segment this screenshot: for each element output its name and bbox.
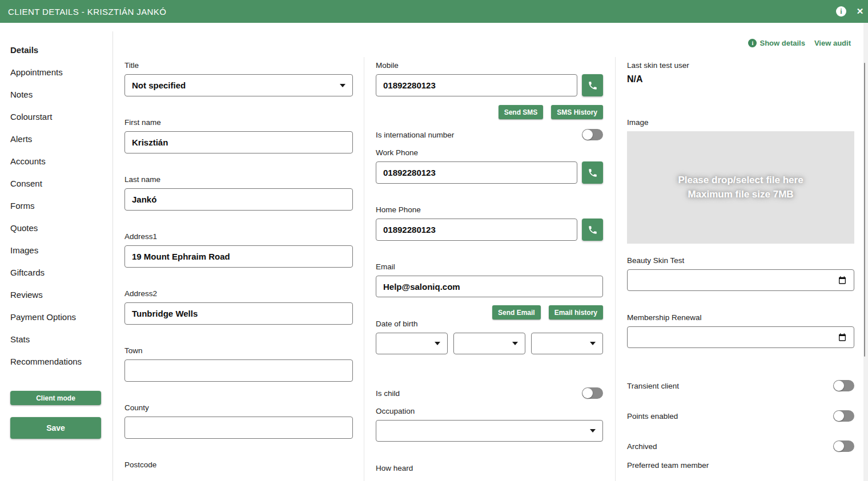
mobile-call-button[interactable]: [582, 74, 603, 96]
sidebar-item-payment-options[interactable]: Payment Options: [0, 306, 112, 328]
chevron-down-icon: [435, 342, 440, 345]
archived-label: Archived: [627, 442, 657, 451]
phone-icon: [588, 80, 598, 91]
sidebar: Details Appointments Notes Colourstart A…: [0, 23, 112, 481]
email-label: Email: [376, 262, 603, 271]
sidebar-nav: Details Appointments Notes Colourstart A…: [0, 39, 112, 373]
scrollbar[interactable]: [863, 23, 868, 481]
client-mode-button[interactable]: Client mode: [10, 391, 101, 405]
send-sms-button[interactable]: Send SMS: [499, 105, 544, 119]
address1-label: Address1: [124, 232, 353, 241]
chevron-down-icon: [512, 342, 518, 345]
sidebar-item-quotes[interactable]: Quotes: [0, 217, 112, 239]
sidebar-item-accounts[interactable]: Accounts: [0, 150, 112, 172]
archived-toggle[interactable]: [833, 440, 854, 452]
town-field[interactable]: [124, 359, 353, 382]
occupation-select[interactable]: [376, 420, 603, 442]
toggle-knob: [834, 381, 844, 391]
dropzone-line1: Please drop/select file here: [678, 173, 803, 188]
sidebar-item-giftcards[interactable]: Giftcards: [0, 261, 112, 284]
personal-details-column: Title Not specified First name Krisztián…: [124, 0, 353, 481]
save-button[interactable]: Save: [10, 417, 101, 439]
dob-day-select[interactable]: [376, 333, 448, 354]
home-phone-field[interactable]: 01892280123: [376, 219, 577, 241]
address2-label: Address2: [124, 289, 353, 298]
last-skin-test-user-label: Last skin test user: [627, 61, 854, 70]
dob-year-select[interactable]: [531, 333, 603, 354]
first-name-label: First name: [124, 118, 353, 127]
sidebar-item-forms[interactable]: Forms: [0, 195, 112, 217]
transient-client-toggle[interactable]: [833, 380, 854, 391]
mobile-value: 01892280123: [383, 80, 436, 90]
sidebar-item-appointments[interactable]: Appointments: [0, 61, 112, 83]
title-label: Title: [124, 61, 353, 70]
dob-month-select[interactable]: [453, 333, 525, 354]
dob-label: Date of birth: [376, 320, 603, 328]
is-international-label: Is international number: [376, 131, 454, 139]
is-child-toggle[interactable]: [582, 387, 603, 399]
sidebar-item-colourstart[interactable]: Colourstart: [0, 106, 112, 128]
calendar-icon[interactable]: [838, 276, 847, 285]
is-child-label: Is child: [376, 389, 400, 398]
last-name-value: Jankó: [132, 195, 156, 204]
image-label: Image: [627, 118, 854, 127]
contact-details-column: Mobile 01892280123 Send SMS SMS History …: [376, 0, 603, 481]
image-dropzone[interactable]: Please drop/select file here Maximum fil…: [627, 131, 854, 244]
first-name-field[interactable]: Krisztián: [124, 131, 353, 153]
sidebar-item-images[interactable]: Images: [0, 239, 112, 261]
sidebar-item-notes[interactable]: Notes: [0, 83, 112, 106]
column-divider: [364, 57, 364, 481]
sidebar-item-alerts[interactable]: Alerts: [0, 128, 112, 150]
county-label: County: [124, 403, 353, 412]
sidebar-item-stats[interactable]: Stats: [0, 328, 112, 350]
scrollbar-thumb[interactable]: [864, 63, 865, 357]
calendar-icon[interactable]: [838, 333, 847, 342]
sidebar-item-details[interactable]: Details: [0, 39, 112, 61]
occupation-label: Occupation: [376, 407, 603, 415]
is-international-toggle[interactable]: [582, 129, 603, 140]
title-value: Not specified: [132, 80, 186, 90]
last-skin-test-user-value: N/A: [627, 74, 643, 84]
email-field[interactable]: Help@saloniq.com: [376, 276, 603, 297]
home-phone-call-button[interactable]: [582, 219, 603, 241]
address1-field[interactable]: 19 Mount Ephraim Road: [124, 245, 353, 268]
mobile-field[interactable]: 01892280123: [376, 74, 577, 96]
work-phone-label: Work Phone: [376, 148, 603, 157]
title-select[interactable]: Not specified: [124, 74, 353, 96]
work-phone-field[interactable]: 01892280123: [376, 161, 577, 184]
transient-client-label: Transient client: [627, 382, 679, 390]
address2-field[interactable]: Tunbridge Wells: [124, 302, 353, 325]
mobile-label: Mobile: [376, 61, 603, 70]
membership-renewal-label: Membership Renewal: [627, 313, 854, 322]
preferred-team-member-label: Preferred team member: [627, 461, 854, 470]
send-email-button[interactable]: Send Email: [492, 305, 541, 320]
email-history-button[interactable]: Email history: [549, 305, 603, 320]
membership-renewal-field[interactable]: [627, 326, 854, 348]
work-phone-value: 01892280123: [383, 168, 436, 177]
postcode-label: Postcode: [124, 460, 353, 469]
toggle-knob: [834, 411, 844, 421]
sidebar-item-reviews[interactable]: Reviews: [0, 284, 112, 306]
phone-icon: [588, 225, 598, 235]
county-field[interactable]: [124, 417, 353, 439]
last-name-field[interactable]: Jankó: [124, 188, 353, 211]
address1-value: 19 Mount Ephraim Road: [132, 252, 230, 261]
email-value: Help@saloniq.com: [383, 282, 460, 292]
sidebar-item-consent[interactable]: Consent: [0, 172, 112, 195]
toggle-knob: [582, 130, 593, 140]
home-phone-value: 01892280123: [383, 225, 436, 235]
sidebar-item-recommendations[interactable]: Recommendations: [0, 350, 112, 373]
beauty-skin-test-field[interactable]: [627, 269, 854, 291]
sms-history-button[interactable]: SMS History: [551, 105, 603, 119]
work-phone-call-button[interactable]: [582, 161, 603, 184]
how-heard-label: How heard: [376, 464, 603, 472]
close-icon[interactable]: ✕: [854, 6, 866, 17]
points-enabled-label: Points enabled: [627, 412, 678, 421]
points-enabled-toggle[interactable]: [833, 410, 854, 422]
toggle-knob: [582, 388, 593, 398]
chevron-down-icon: [340, 84, 345, 87]
first-name-value: Krisztián: [132, 138, 168, 147]
town-label: Town: [124, 346, 353, 355]
extra-details-column: Last skin test user N/A Image Please dro…: [627, 0, 854, 481]
beauty-skin-test-label: Beauty Skin Test: [627, 256, 854, 265]
